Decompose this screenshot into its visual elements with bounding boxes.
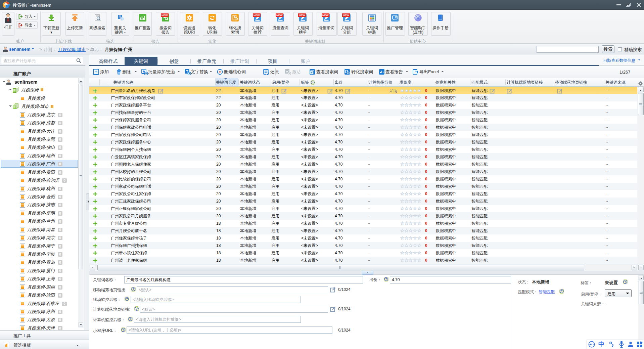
svg-text:?: ? — [122, 328, 124, 332]
svg-text:?: ? — [129, 317, 131, 321]
svg-text:?: ? — [136, 307, 137, 310]
svg-text:?: ? — [126, 297, 128, 301]
svg-text:iFLY: iFLY — [589, 343, 594, 346]
svg-text:?: ? — [561, 290, 562, 293]
svg-text:?: ? — [624, 280, 626, 283]
svg-text:?: ? — [385, 277, 387, 281]
svg-text:?: ? — [132, 288, 134, 291]
svg-text:?: ? — [312, 81, 314, 84]
